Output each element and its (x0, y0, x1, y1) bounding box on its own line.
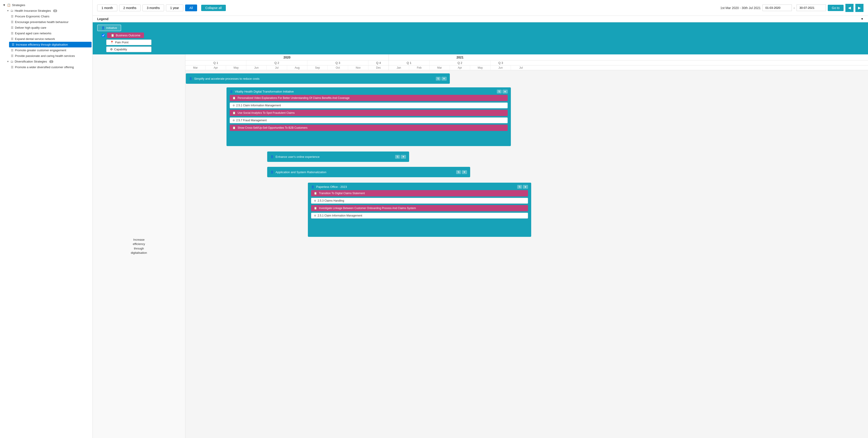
diversification-group: ▼ 🗂 Diversification Strategies 1 ☰ Promo… (0, 59, 92, 70)
goto-button[interactable]: Go to (828, 5, 844, 11)
bo-cross-sell[interactable]: 📋 Show Cross-Sell/Up-Sell Opportunities … (230, 125, 508, 131)
bo-personalized-video[interactable]: 📋 Personalized Video Explanations For Be… (230, 95, 508, 101)
bo-transition-label: Transition To Digital Claims Statement (319, 192, 365, 195)
vitality-menu-btn[interactable]: ▼ (502, 90, 508, 94)
simplify-expand-btn[interactable]: ⇅ (436, 77, 440, 80)
time-btn-all[interactable]: All (185, 4, 197, 11)
month-apr-2020: Apr (206, 65, 226, 70)
cap-icon: ⚙ (314, 199, 316, 202)
month-row: Mar Apr May Jun Jul Aug Sep Oct Nov Dec … (185, 65, 868, 70)
sidebar-item-provide[interactable]: ☰ Provide passionate and caring health s… (8, 53, 92, 59)
paperless-controls: ⇅ ▼ (517, 185, 528, 189)
item-label: Provide passionate and caring health ser… (15, 54, 75, 58)
quarter-row: Q 1 Q 2 Q 3 Q 4 Q 1 Q 2 Q 3 (185, 61, 868, 65)
cap-icon: ⚙ (110, 48, 113, 51)
bar-paperless[interactable]: 👤 Paperless Office - 2023 ⇅ ▼ 📋 Transiti… (308, 183, 531, 237)
bo-investigate-linkage[interactable]: 📋 Investigate Linkage Between Customer O… (311, 205, 528, 211)
enhance-expand-btn[interactable]: ⇅ (395, 155, 400, 159)
vitality-expand-btn[interactable]: ⇅ (497, 90, 502, 94)
year-row: 2020 2021 (185, 55, 868, 61)
sidebar-item-deliver[interactable]: ☰ Deliver high quality care (8, 25, 92, 31)
health-insurance-group: ▼ 🗂 Health Insurance Strategies 8 ☰ Proc… (0, 8, 92, 59)
bo-social-label: Use Social Analytics To Spot Fraudulent … (238, 111, 295, 114)
tree-icon: ▼ (3, 3, 6, 7)
toolbar: 1 month 2 months 3 months 1 year All Col… (93, 0, 868, 16)
legend-initiative-item: 👤 Initiative (97, 25, 121, 31)
simplify-label: Simplify and accelerate processes to red… (194, 77, 259, 80)
app-container: ▼ 📋 Strategies ▼ 🗂 Health Insurance Stra… (0, 0, 868, 438)
month-apr-2021: Apr (450, 65, 470, 70)
cap-icon: ⚙ (232, 119, 235, 122)
initiative-icon: 👤 (101, 26, 105, 30)
month-may-2020: May (226, 65, 246, 70)
folder-icon: 🗂 (10, 9, 13, 12)
cap-fraud: ⚙ 2.5.7 Fraud Management (230, 117, 508, 123)
strategies-icon: 📋 (7, 3, 11, 7)
bar-enhance[interactable]: 👤 Enhance user's online experience ⇅ ▼ (267, 151, 409, 162)
paperless-header: 👤 Paperless Office - 2023 ⇅ ▼ (311, 185, 528, 189)
chevron-down-icon: ▼ (7, 9, 9, 12)
month-mar-2020: Mar (185, 65, 206, 70)
q2-2020: Q 2 (246, 61, 307, 65)
paperless-menu-btn[interactable]: ▼ (523, 185, 528, 189)
health-insurance-label: Health Insurance Strategies (15, 9, 51, 12)
bo-label: Business Outcome (116, 34, 141, 37)
timeline-header: 2020 2021 Q 1 Q 2 Q 3 Q 4 Q 1 Q 2 Q 3 (185, 55, 868, 70)
item-label: Procure Ergonomic Chairs (15, 15, 49, 18)
month-feb-2021: Feb (409, 65, 430, 70)
gantt-body: 👤 Simplify and accelerate processes to r… (185, 70, 868, 251)
sidebar-item-expand-aged[interactable]: ☰ Expand aged care networks (8, 31, 92, 36)
vitality-label: Vitality Health Digital Transformation I… (235, 90, 294, 93)
application-menu-btn[interactable]: ▼ (462, 170, 467, 174)
item-icon: ☰ (11, 20, 13, 24)
diversification-strategies-item[interactable]: ▼ 🗂 Diversification Strategies 1 (4, 59, 92, 64)
bar-simplify[interactable]: 👤 Simplify and accelerate processes to r… (186, 73, 450, 84)
collapse-all-button[interactable]: Collapse all (201, 5, 225, 11)
bo-transition-digital[interactable]: 📋 Transition To Digital Claims Statement (311, 190, 528, 196)
cap-icon: ⚙ (314, 214, 316, 217)
cap-claim-info-2-label: 2.5.1 Claim Information Management (318, 214, 362, 217)
item-label: Promote greater customer engagement (15, 48, 66, 52)
month-jun-2021: Jun (491, 65, 511, 70)
month-oct-2020: Oct (328, 65, 348, 70)
legend-pp-row: 📍 Pain Point (97, 39, 864, 45)
bo-personalized-label: Personalized Video Explanations For Bett… (238, 96, 349, 100)
date-separator: - (794, 6, 795, 10)
sidebar-item-expand-dental[interactable]: ☰ Expand dental service network (8, 36, 92, 42)
time-btn-1month[interactable]: 1 month (97, 4, 117, 11)
time-btn-1year[interactable]: 1 year (166, 4, 183, 11)
sidebar-item-procure[interactable]: ☰ Procure Ergonomic Chairs (8, 13, 92, 19)
date-to-input[interactable] (797, 4, 826, 11)
vitality-icon: 👤 (230, 90, 233, 93)
cap-claims-handling: ⚙ 2.5.3 Claims Handling (311, 198, 528, 204)
application-expand-btn[interactable]: ⇅ (456, 170, 461, 174)
bo-checkbox[interactable] (102, 34, 105, 37)
time-btn-2months[interactable]: 2 months (119, 4, 141, 11)
prev-button[interactable]: ◀ (845, 4, 854, 12)
item-label: Increase efficiency through digitalisati… (16, 43, 68, 46)
legend-bar[interactable]: Legend ▼ (93, 16, 868, 22)
sidebar-item-promote-diversified[interactable]: ☰ Promote a wider diversified customer o… (8, 64, 92, 70)
bar-application[interactable]: 👤 Application and System Rationalization… (267, 167, 470, 177)
bo-social-analytics[interactable]: 📋 Use Social Analytics To Spot Fraudulen… (230, 110, 508, 116)
q4-2020: Q 4 (368, 61, 389, 65)
enhance-menu-btn[interactable]: ▼ (401, 155, 406, 159)
cap-claim-info: ⚙ 2.5.1 Claim Information Management (230, 102, 508, 108)
bar-vitality[interactable]: 👤 Vitality Health Digital Transformation… (226, 88, 511, 146)
sidebar-item-increase[interactable]: ☰ Increase efficiency through digitalisa… (9, 42, 92, 47)
month-mar-2021: Mar (430, 65, 450, 70)
paperless-expand-btn[interactable]: ⇅ (517, 185, 522, 189)
date-from-input[interactable] (763, 4, 792, 11)
simplify-menu-btn[interactable]: ▼ (441, 77, 447, 80)
sidebar-item-encourage[interactable]: ☰ Encourage preventative health behaviou… (8, 19, 92, 25)
sidebar-item-promote-customer[interactable]: ☰ Promote greater customer engagement (8, 47, 92, 53)
health-insurance-strategies-item[interactable]: ▼ 🗂 Health Insurance Strategies 8 (4, 8, 92, 13)
item-icon: ☰ (11, 37, 13, 41)
bo-icon: 📋 (314, 192, 317, 195)
time-btn-3months[interactable]: 3 months (143, 4, 164, 11)
next-button[interactable]: ▶ (855, 4, 864, 12)
legend-chevron-icon: ▼ (861, 18, 864, 21)
cap-label: Capability (114, 48, 127, 51)
item-icon: ☰ (11, 54, 13, 58)
legend-cap-item: ⚙ Capability (106, 46, 151, 52)
